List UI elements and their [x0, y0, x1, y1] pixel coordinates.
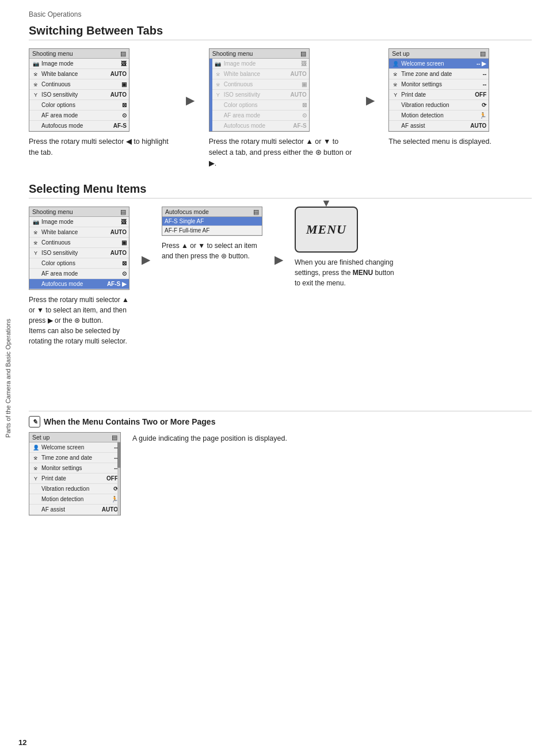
- cont2-icon: ※: [214, 81, 222, 89]
- note-section: ✎ When the Menu Contains Two or More Pag…: [29, 411, 532, 520]
- menu3-item-5: Vibration reduction ⟳: [389, 100, 489, 110]
- menu2-item-3: ※ Continuous ▣: [209, 79, 309, 90]
- shooting-menu-1: Shooting menu ▤ 📷 Image mode 🖼 ※ White b…: [29, 48, 129, 132]
- breadcrumb: Basic Operations: [29, 10, 532, 18]
- menu1-item-5: Color options ⊠: [29, 100, 129, 110]
- note-icon: ✎: [29, 416, 40, 427]
- menu2-header-title: Shooting menu: [212, 50, 253, 57]
- np2-icon: Y: [32, 475, 40, 483]
- col-3: Set up ▤ 👤 Welcome screen -- ▶ ※ Time zo…: [388, 48, 532, 169]
- note-item-7: AF assist AUTO: [29, 505, 120, 515]
- color5-icon: [32, 259, 40, 268]
- note-desc: A guide indicating the page position is …: [132, 433, 287, 444]
- note-title: ✎ When the Menu Contains Two or More Pag…: [29, 416, 532, 427]
- menu1-item-7: Autofocus mode AF-S: [29, 121, 129, 131]
- person-icon: 👤: [391, 60, 399, 68]
- desc-3: The selected menu is displayed.: [388, 136, 532, 147]
- menu1-header-title: Shooting menu: [32, 50, 73, 57]
- af-item-2: AF-F Full-time AF: [162, 226, 262, 235]
- switching-tabs-columns: Shooting menu ▤ 📷 Image mode 🖼 ※ White b…: [29, 48, 532, 169]
- menu3-header-title: Set up: [392, 50, 409, 57]
- iso2-icon: Y: [214, 91, 222, 99]
- camera-icon: 📷: [32, 60, 40, 68]
- switching-tabs-section: Switching Between Tabs Shooting menu ▤ 📷…: [29, 24, 532, 169]
- cam5-icon: 📷: [32, 218, 40, 226]
- color-icon: [32, 101, 40, 109]
- nm-icon: ※: [32, 464, 40, 472]
- menu4-header: Shooting menu ▤: [29, 207, 129, 217]
- nvr-icon: [32, 485, 40, 493]
- vr-icon: [391, 101, 399, 109]
- arrow-1: ▶: [182, 93, 199, 107]
- sel-col-2: Autofocus mode ▤ AF-S Single AF AF-F Ful…: [162, 207, 262, 261]
- col-2: Shooting menu ▤ 📷 Image mode 🖼 ※ White b…: [209, 48, 352, 169]
- page-number: 12: [18, 738, 26, 747]
- menu3-item-1: 👤 Welcome screen -- ▶: [389, 59, 489, 69]
- selecting-items-columns: Shooting menu ▤ 📷 Image mode 🖼 ※ White b…: [29, 207, 532, 346]
- menu4-header-icon: ▤: [120, 208, 126, 215]
- menu1-item-3: ※ Continuous ▣: [29, 79, 129, 90]
- menu1-item-1: 📷 Image mode 🖼: [29, 59, 129, 69]
- sel-item-3: ※ Continuous ▣: [29, 238, 129, 248]
- note-menu-header: Set up ▤: [29, 433, 120, 442]
- wb5-icon: ※: [32, 228, 40, 236]
- sel-item-5: Color options ⊠: [29, 258, 129, 269]
- sel-col-1: Shooting menu ▤ 📷 Image mode 🖼 ※ White b…: [29, 207, 129, 346]
- shooting-menu-2: Shooting menu ▤ 📷 Image mode 🖼 ※ White b…: [209, 48, 310, 132]
- selecting-items-section: Selecting Menu Items Shooting menu ▤ 📷 I…: [29, 182, 532, 346]
- afassist-icon: [391, 122, 399, 130]
- cont5-icon: ※: [32, 239, 40, 247]
- sel-item-6: AF area mode ⊙: [29, 269, 129, 279]
- nc-icon: ※: [32, 454, 40, 462]
- af-header-icon: ▤: [253, 208, 259, 215]
- af-header-title: Autofocus mode: [165, 208, 209, 215]
- af5-icon: [32, 270, 40, 278]
- setup-menu-1: Set up ▤ 👤 Welcome screen -- ▶ ※ Time zo…: [388, 48, 489, 132]
- monitor-icon: ※: [391, 81, 399, 89]
- menu2-item-1: 📷 Image mode 🖼: [209, 59, 309, 69]
- menu2-header-icon: ▤: [300, 50, 306, 57]
- menu-button-label: MENU: [306, 222, 346, 237]
- arrow-2: ▶: [362, 93, 378, 107]
- menu1-item-6: AF area mode ⊙: [29, 110, 129, 121]
- menu2-header: Shooting menu ▤: [209, 49, 309, 59]
- menu1-header: Shooting menu ▤: [29, 49, 129, 59]
- camera2-icon: 📷: [214, 60, 222, 68]
- menu-button-mock: MENU: [295, 207, 358, 253]
- menu2-item-6: AF area mode ⊙: [209, 110, 309, 121]
- af3-icon: [214, 112, 222, 120]
- af-header: Autofocus mode ▤: [162, 207, 262, 217]
- note-menu-header-title: Set up: [32, 434, 49, 441]
- note-item-5: Vibration reduction ⟳: [29, 484, 120, 494]
- sel-desc-1: Press the rotary multi selector ▲ or ▼ t…: [29, 295, 129, 346]
- col-1: Shooting menu ▤ 📷 Image mode 🖼 ※ White b…: [29, 48, 172, 169]
- shooting-menu-3: Shooting menu ▤ 📷 Image mode 🖼 ※ White b…: [29, 207, 129, 290]
- note-item-4: Y Print date OFF: [29, 474, 120, 484]
- note-item-3: ※ Monitor settings --: [29, 463, 120, 474]
- print-icon: Y: [391, 91, 399, 99]
- af2-icon: [32, 122, 40, 130]
- sel-desc-3: When you are finished changing settings,…: [295, 257, 398, 288]
- af-item-1: AF-S Single AF: [162, 217, 262, 226]
- menu4-header-title: Shooting menu: [32, 208, 73, 215]
- nmo-icon: [32, 495, 40, 503]
- wb2-icon: ※: [214, 70, 222, 78]
- arrow-3: ▶: [138, 253, 154, 266]
- menu3-item-2: ※ Time zone and date --: [389, 69, 489, 79]
- desc-1: Press the rotary multi selector ◀ to hig…: [29, 136, 172, 158]
- menu2-item-7: Autofocus mode AF-S: [209, 121, 309, 131]
- af4-icon: [214, 122, 222, 130]
- arrow-4: ▶: [270, 253, 287, 266]
- clock-icon: ※: [391, 70, 399, 78]
- menu3-header-icon: ▤: [480, 50, 486, 57]
- af6-icon: [32, 280, 40, 288]
- sidebar: Parts of the Camera and Basic Operations: [0, 0, 16, 756]
- menu2-item-2: ※ White balance AUTO: [209, 69, 309, 79]
- menu3-header: Set up ▤: [389, 49, 489, 59]
- sel-item-7: Autofocus mode AF-S ▶: [29, 279, 129, 289]
- af-icon: [32, 112, 40, 120]
- menu1-item-4: Y ISO sensitivity AUTO: [29, 90, 129, 100]
- note-menu-header-icon: ▤: [112, 434, 117, 441]
- menu3-item-6: Motion detection 🏃: [389, 110, 489, 121]
- note-item-6: Motion detection 🏃: [29, 494, 120, 505]
